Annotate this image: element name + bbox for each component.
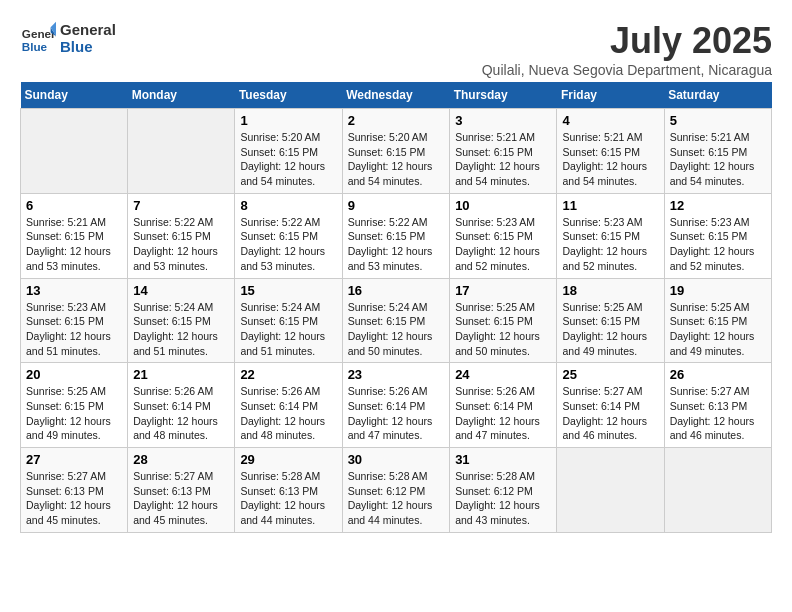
day-number: 19 (670, 283, 766, 298)
cell-info: Sunrise: 5:22 AMSunset: 6:15 PMDaylight:… (133, 215, 229, 274)
calendar-cell: 19Sunrise: 5:25 AMSunset: 6:15 PMDayligh… (664, 278, 771, 363)
day-number: 15 (240, 283, 336, 298)
calendar-cell: 7Sunrise: 5:22 AMSunset: 6:15 PMDaylight… (128, 193, 235, 278)
cell-info: Sunrise: 5:26 AMSunset: 6:14 PMDaylight:… (133, 384, 229, 443)
calendar-cell (664, 448, 771, 533)
cell-info: Sunrise: 5:26 AMSunset: 6:14 PMDaylight:… (348, 384, 445, 443)
cell-info: Sunrise: 5:23 AMSunset: 6:15 PMDaylight:… (455, 215, 551, 274)
weekday-header: Sunday (21, 82, 128, 109)
calendar-cell: 26Sunrise: 5:27 AMSunset: 6:13 PMDayligh… (664, 363, 771, 448)
calendar-cell: 21Sunrise: 5:26 AMSunset: 6:14 PMDayligh… (128, 363, 235, 448)
day-number: 28 (133, 452, 229, 467)
cell-info: Sunrise: 5:23 AMSunset: 6:15 PMDaylight:… (26, 300, 122, 359)
calendar-cell: 24Sunrise: 5:26 AMSunset: 6:14 PMDayligh… (450, 363, 557, 448)
day-number: 2 (348, 113, 445, 128)
day-number: 24 (455, 367, 551, 382)
logo-general: General (60, 21, 116, 38)
cell-info: Sunrise: 5:22 AMSunset: 6:15 PMDaylight:… (240, 215, 336, 274)
page-header: General Blue General Blue July 2025 Quil… (20, 20, 772, 78)
calendar-cell: 17Sunrise: 5:25 AMSunset: 6:15 PMDayligh… (450, 278, 557, 363)
day-number: 29 (240, 452, 336, 467)
calendar-week-row: 13Sunrise: 5:23 AMSunset: 6:15 PMDayligh… (21, 278, 772, 363)
cell-info: Sunrise: 5:28 AMSunset: 6:13 PMDaylight:… (240, 469, 336, 528)
calendar-cell: 15Sunrise: 5:24 AMSunset: 6:15 PMDayligh… (235, 278, 342, 363)
cell-info: Sunrise: 5:21 AMSunset: 6:15 PMDaylight:… (562, 130, 658, 189)
day-number: 17 (455, 283, 551, 298)
calendar-cell: 1Sunrise: 5:20 AMSunset: 6:15 PMDaylight… (235, 109, 342, 194)
day-number: 26 (670, 367, 766, 382)
calendar-cell: 6Sunrise: 5:21 AMSunset: 6:15 PMDaylight… (21, 193, 128, 278)
calendar-cell: 5Sunrise: 5:21 AMSunset: 6:15 PMDaylight… (664, 109, 771, 194)
cell-info: Sunrise: 5:21 AMSunset: 6:15 PMDaylight:… (26, 215, 122, 274)
location-subtitle: Quilali, Nueva Segovia Department, Nicar… (482, 62, 772, 78)
day-number: 6 (26, 198, 122, 213)
day-number: 30 (348, 452, 445, 467)
svg-text:Blue: Blue (22, 40, 48, 53)
cell-info: Sunrise: 5:25 AMSunset: 6:15 PMDaylight:… (455, 300, 551, 359)
day-number: 10 (455, 198, 551, 213)
weekday-header: Monday (128, 82, 235, 109)
cell-info: Sunrise: 5:20 AMSunset: 6:15 PMDaylight:… (348, 130, 445, 189)
calendar-week-row: 1Sunrise: 5:20 AMSunset: 6:15 PMDaylight… (21, 109, 772, 194)
day-number: 4 (562, 113, 658, 128)
calendar-cell: 9Sunrise: 5:22 AMSunset: 6:15 PMDaylight… (342, 193, 450, 278)
cell-info: Sunrise: 5:28 AMSunset: 6:12 PMDaylight:… (455, 469, 551, 528)
day-number: 21 (133, 367, 229, 382)
calendar-cell: 4Sunrise: 5:21 AMSunset: 6:15 PMDaylight… (557, 109, 664, 194)
cell-info: Sunrise: 5:24 AMSunset: 6:15 PMDaylight:… (348, 300, 445, 359)
cell-info: Sunrise: 5:21 AMSunset: 6:15 PMDaylight:… (670, 130, 766, 189)
logo-icon: General Blue (20, 20, 56, 56)
weekday-header: Saturday (664, 82, 771, 109)
day-number: 16 (348, 283, 445, 298)
logo-blue: Blue (60, 38, 116, 55)
day-number: 25 (562, 367, 658, 382)
calendar-cell: 20Sunrise: 5:25 AMSunset: 6:15 PMDayligh… (21, 363, 128, 448)
day-number: 11 (562, 198, 658, 213)
calendar-week-row: 27Sunrise: 5:27 AMSunset: 6:13 PMDayligh… (21, 448, 772, 533)
day-number: 20 (26, 367, 122, 382)
cell-info: Sunrise: 5:25 AMSunset: 6:15 PMDaylight:… (562, 300, 658, 359)
weekday-header: Thursday (450, 82, 557, 109)
calendar-cell: 11Sunrise: 5:23 AMSunset: 6:15 PMDayligh… (557, 193, 664, 278)
cell-info: Sunrise: 5:22 AMSunset: 6:15 PMDaylight:… (348, 215, 445, 274)
logo: General Blue General Blue (20, 20, 116, 56)
day-number: 27 (26, 452, 122, 467)
calendar-cell: 2Sunrise: 5:20 AMSunset: 6:15 PMDaylight… (342, 109, 450, 194)
day-number: 14 (133, 283, 229, 298)
calendar-cell: 12Sunrise: 5:23 AMSunset: 6:15 PMDayligh… (664, 193, 771, 278)
day-number: 5 (670, 113, 766, 128)
day-number: 23 (348, 367, 445, 382)
day-number: 13 (26, 283, 122, 298)
cell-info: Sunrise: 5:21 AMSunset: 6:15 PMDaylight:… (455, 130, 551, 189)
calendar-cell: 27Sunrise: 5:27 AMSunset: 6:13 PMDayligh… (21, 448, 128, 533)
calendar-cell: 28Sunrise: 5:27 AMSunset: 6:13 PMDayligh… (128, 448, 235, 533)
cell-info: Sunrise: 5:24 AMSunset: 6:15 PMDaylight:… (133, 300, 229, 359)
weekday-header-row: SundayMondayTuesdayWednesdayThursdayFrid… (21, 82, 772, 109)
cell-info: Sunrise: 5:24 AMSunset: 6:15 PMDaylight:… (240, 300, 336, 359)
calendar-cell (128, 109, 235, 194)
day-number: 18 (562, 283, 658, 298)
cell-info: Sunrise: 5:25 AMSunset: 6:15 PMDaylight:… (670, 300, 766, 359)
cell-info: Sunrise: 5:26 AMSunset: 6:14 PMDaylight:… (455, 384, 551, 443)
day-number: 9 (348, 198, 445, 213)
calendar-week-row: 20Sunrise: 5:25 AMSunset: 6:15 PMDayligh… (21, 363, 772, 448)
calendar-cell: 22Sunrise: 5:26 AMSunset: 6:14 PMDayligh… (235, 363, 342, 448)
calendar-cell: 16Sunrise: 5:24 AMSunset: 6:15 PMDayligh… (342, 278, 450, 363)
calendar-cell: 29Sunrise: 5:28 AMSunset: 6:13 PMDayligh… (235, 448, 342, 533)
calendar-cell: 30Sunrise: 5:28 AMSunset: 6:12 PMDayligh… (342, 448, 450, 533)
title-block: July 2025 Quilali, Nueva Segovia Departm… (482, 20, 772, 78)
cell-info: Sunrise: 5:23 AMSunset: 6:15 PMDaylight:… (562, 215, 658, 274)
calendar-cell (557, 448, 664, 533)
month-title: July 2025 (482, 20, 772, 62)
calendar-cell: 31Sunrise: 5:28 AMSunset: 6:12 PMDayligh… (450, 448, 557, 533)
calendar-cell: 10Sunrise: 5:23 AMSunset: 6:15 PMDayligh… (450, 193, 557, 278)
cell-info: Sunrise: 5:20 AMSunset: 6:15 PMDaylight:… (240, 130, 336, 189)
cell-info: Sunrise: 5:23 AMSunset: 6:15 PMDaylight:… (670, 215, 766, 274)
cell-info: Sunrise: 5:27 AMSunset: 6:13 PMDaylight:… (133, 469, 229, 528)
weekday-header: Friday (557, 82, 664, 109)
cell-info: Sunrise: 5:25 AMSunset: 6:15 PMDaylight:… (26, 384, 122, 443)
day-number: 12 (670, 198, 766, 213)
day-number: 31 (455, 452, 551, 467)
day-number: 22 (240, 367, 336, 382)
calendar-cell: 25Sunrise: 5:27 AMSunset: 6:14 PMDayligh… (557, 363, 664, 448)
